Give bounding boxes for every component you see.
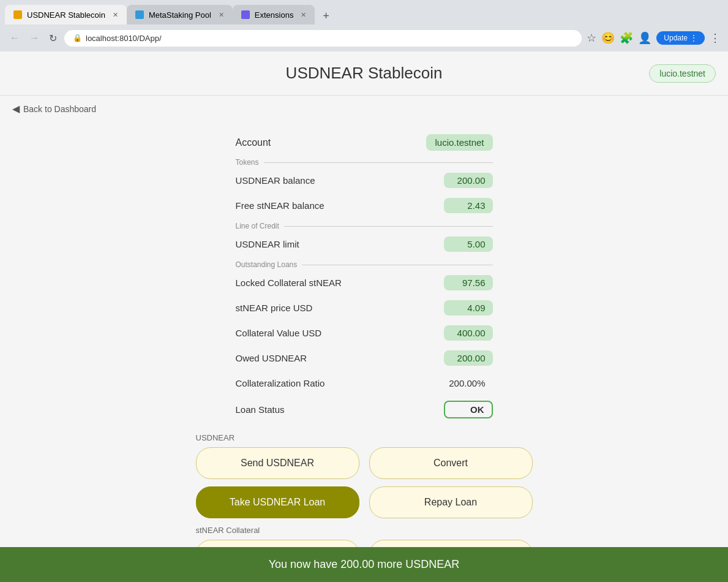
status-bar: You now have 200.00 more USDNEAR — [0, 547, 728, 582]
stnear-price-value: 4.09 — [444, 300, 493, 316]
usdnear-limit-row: USDNEAR limit 5.00 — [236, 232, 493, 257]
back-arrow-icon: ◀ — [12, 103, 20, 115]
locked-collateral-row: Locked Collateral stNEAR 97.56 — [236, 270, 493, 295]
collateral-value-row: Collateral Value USD 400.00 — [236, 320, 493, 346]
usdnear-limit-label: USDNEAR limit — [236, 239, 299, 249]
usdnear-buttons-row2: Take USDNEAR Loan Repay Loan — [196, 486, 533, 518]
tab-label-metastaking: MetaStaking Pool — [149, 10, 211, 20]
free-stnear-label: Free stNEAR balance — [236, 200, 325, 211]
tab-close-extensions[interactable]: ✕ — [301, 11, 306, 19]
page-content: USDNEAR Stablecoin lucio.testnet ◀ Back … — [0, 51, 728, 582]
take-loan-button[interactable]: Take USDNEAR Loan — [196, 486, 359, 518]
back-nav-button[interactable]: ← — [7, 30, 22, 46]
tab-usdnear[interactable]: USDNEAR Stablecoin ✕ — [5, 5, 127, 25]
loans-divider — [302, 265, 492, 265]
tab-favicon-extensions — [241, 10, 250, 19]
star-icon[interactable]: ☆ — [587, 31, 596, 45]
puzzle-icon[interactable]: 🧩 — [620, 31, 633, 45]
loan-status-row: Loan Status OK — [236, 396, 493, 423]
reload-button[interactable]: ↻ — [47, 30, 59, 47]
update-button[interactable]: Update ⋮ — [656, 31, 705, 45]
account-row: Account lucio.testnet — [236, 128, 493, 154]
page-title: USDNEAR Stablecoin — [12, 64, 716, 83]
tab-label-extensions: Extensions — [255, 10, 294, 20]
convert-button[interactable]: Convert — [369, 447, 533, 479]
back-to-dashboard[interactable]: ◀ Back to Dashboard — [0, 96, 728, 122]
usdnear-limit-value: 5.00 — [444, 236, 493, 252]
collateralization-ratio-label: Collateralization Ratio — [236, 378, 325, 388]
loans-section-header: Outstanding Loans — [236, 260, 493, 269]
send-usdnear-button[interactable]: Send USDNEAR — [196, 447, 359, 479]
collateral-value-label: Collateral Value USD — [236, 328, 322, 338]
main-container: Account lucio.testnet Tokens USDNEAR bal… — [0, 122, 728, 582]
usdnear-balance-row: USDNEAR balance 200.00 — [236, 168, 493, 193]
address-input[interactable]: 🔒 localhost:8010/DApp/ — [64, 30, 582, 47]
collateral-value-value: 400.00 — [444, 325, 493, 341]
locked-collateral-value: 97.56 — [444, 275, 493, 290]
profile-icon[interactable]: 😊 — [601, 31, 615, 45]
loan-status-label: Loan Status — [236, 404, 285, 415]
tab-close-metastaking[interactable]: ✕ — [219, 11, 224, 19]
browser-chrome: USDNEAR Stablecoin ✕ MetaStaking Pool ✕ … — [0, 0, 728, 51]
owed-usdnear-label: Owed USDNEAR — [236, 353, 307, 363]
locked-collateral-label: Locked Collateral stNEAR — [236, 278, 342, 288]
tab-bar: USDNEAR Stablecoin ✕ MetaStaking Pool ✕ … — [0, 0, 728, 25]
tab-metastaking[interactable]: MetaStaking Pool ✕ — [127, 5, 233, 25]
account-label: Account — [236, 137, 271, 148]
page-header: USDNEAR Stablecoin lucio.testnet — [0, 51, 728, 96]
loc-section-header: Line of Credit — [236, 222, 493, 230]
collateralization-ratio-value: 200.00% — [441, 376, 492, 391]
stnear-price-row: stNEAR price USD 4.09 — [236, 295, 493, 320]
status-message: You now have 200.00 more USDNEAR — [269, 558, 460, 570]
free-stnear-value: 2.43 — [444, 198, 493, 213]
back-label: Back to Dashboard — [23, 104, 96, 114]
tab-label-usdnear: USDNEAR Stablecoin — [27, 10, 105, 20]
browser-menu-icon[interactable]: ⋮ — [710, 31, 721, 45]
account-icon[interactable]: 👤 — [638, 31, 651, 45]
usdnear-balance-label: USDNEAR balance — [236, 175, 315, 186]
tokens-label: Tokens — [236, 158, 259, 167]
tab-favicon-usdnear — [13, 10, 22, 19]
account-value: lucio.testnet — [426, 134, 492, 151]
toolbar-icons: ☆ 😊 🧩 👤 Update ⋮ ⋮ — [587, 31, 721, 45]
tab-favicon-metastaking — [135, 10, 144, 19]
forward-nav-button[interactable]: → — [27, 30, 42, 46]
new-tab-button[interactable]: + — [317, 7, 334, 25]
usdnear-buttons-row1: Send USDNEAR Convert — [196, 447, 533, 479]
collateral-section-label: stNEAR Collateral — [196, 526, 533, 535]
update-label: Update — [664, 34, 688, 42]
owed-usdnear-row: Owed USDNEAR 200.00 — [236, 346, 493, 371]
loc-divider — [284, 226, 493, 227]
header-account-badge: lucio.testnet — [649, 64, 716, 83]
tab-extensions[interactable]: Extensions ✕ — [233, 5, 315, 25]
loan-status-value: OK — [444, 401, 493, 418]
repay-loan-button[interactable]: Repay Loan — [369, 486, 533, 518]
free-stnear-row: Free stNEAR balance 2.43 — [236, 193, 493, 218]
address-bar: ← → ↻ 🔒 localhost:8010/DApp/ ☆ 😊 🧩 👤 Upd… — [0, 25, 728, 51]
tokens-divider — [264, 162, 493, 163]
update-menu-icon: ⋮ — [690, 34, 697, 42]
tokens-section-header: Tokens — [236, 158, 493, 167]
usdnear-balance-value: 200.00 — [444, 173, 493, 188]
loans-label: Outstanding Loans — [236, 260, 298, 269]
usdnear-section-label: USDNEAR — [196, 433, 533, 442]
lock-icon: 🔒 — [73, 34, 82, 42]
address-url: localhost:8010/DApp/ — [86, 34, 162, 43]
owed-usdnear-value: 200.00 — [444, 350, 493, 366]
loc-label: Line of Credit — [236, 222, 279, 230]
tab-close-usdnear[interactable]: ✕ — [113, 11, 118, 19]
collateralization-ratio-row: Collateralization Ratio 200.00% — [236, 371, 493, 396]
stnear-price-label: stNEAR price USD — [236, 303, 313, 313]
info-table: Account lucio.testnet Tokens USDNEAR bal… — [236, 128, 493, 423]
